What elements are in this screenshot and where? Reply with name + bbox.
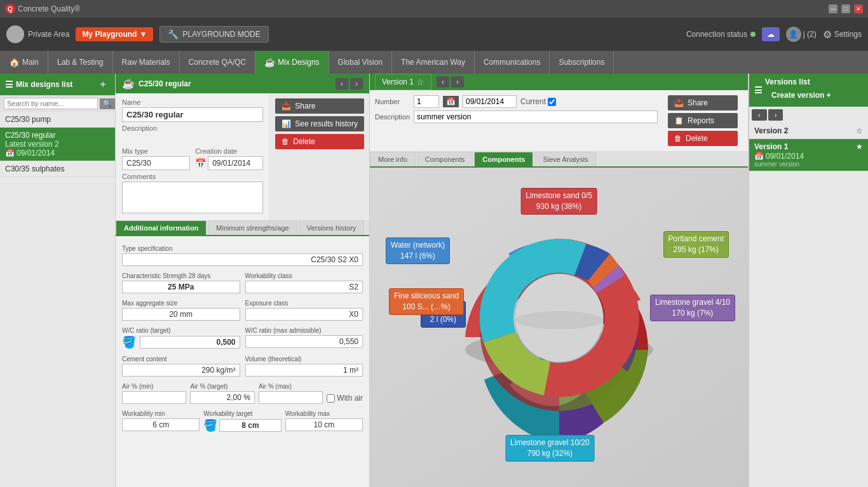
air-max-group: Air % (max) [259, 379, 323, 404]
max-agg-input[interactable] [122, 308, 240, 321]
close-button[interactable]: ✕ [854, 4, 863, 13]
sidebar-item-american[interactable]: The American Way [392, 51, 475, 74]
wc-target-input[interactable] [140, 336, 240, 349]
minimize-button[interactable]: — [829, 4, 837, 13]
volume-input[interactable] [245, 364, 363, 377]
tab-additional[interactable]: Additional information [116, 220, 207, 235]
air-max-label: Air % (max) [259, 383, 323, 390]
versions-list-header: ☰ Versions list Create version + [749, 74, 868, 107]
wc-max-input[interactable] [245, 335, 363, 348]
calendar-button[interactable]: 📅 [443, 96, 459, 107]
create-version-button[interactable]: Create version + [765, 88, 837, 103]
share-button[interactable]: 📤 Share [275, 98, 364, 114]
list-item[interactable]: C25/30 regular Latest version 2 📅 09/01/… [0, 128, 115, 161]
comments-label: Comments [122, 173, 263, 180]
char-strength-label: Characteristic Strength 28 days [122, 272, 240, 279]
settings-button[interactable]: ⚙ Settings [823, 29, 862, 41]
tab-more-info[interactable]: More info [370, 152, 416, 166]
connection-status: Connection status [686, 30, 756, 39]
creation-date-label: Creation date [195, 147, 263, 155]
playground-button[interactable]: My Playground ▼ [76, 27, 153, 41]
star-icon[interactable]: ☆ [856, 126, 863, 135]
delete-mix-button[interactable]: 🗑 Delete [275, 134, 364, 149]
workability-max-input[interactable] [285, 418, 363, 431]
air-max-input[interactable] [259, 391, 323, 404]
workability-max-group: Workability max [285, 406, 363, 432]
chevron-down-icon: ▼ [139, 30, 147, 39]
with-air-checkbox[interactable] [327, 394, 335, 403]
comments-input[interactable] [122, 182, 263, 213]
see-results-button[interactable]: 📊 See results history [275, 116, 364, 131]
topbar-right: Connection status ☁ 👤 j (2) ⚙ Settings [686, 27, 862, 42]
workability-min-input[interactable] [122, 418, 200, 431]
cement-content-group: Cement content [122, 352, 240, 377]
type-spec-input[interactable] [122, 253, 363, 266]
prev-version-button[interactable]: ‹ [437, 76, 449, 88]
calendar-icon: 📅 [5, 149, 15, 157]
with-air-group: With air [327, 379, 363, 404]
search-button[interactable]: 🔍 [100, 98, 115, 109]
mix-detail-header: ☕ C25/30 regular ‹ › [116, 74, 369, 93]
list-icon: ☰ [5, 79, 13, 90]
prev-ver-list-button[interactable]: ‹ [752, 109, 767, 121]
create-mix-button[interactable]: + [96, 77, 110, 91]
version-share-button[interactable]: 📤 Share [668, 95, 738, 110]
version-tab[interactable]: Version 1 ☆ [375, 74, 431, 90]
share-label: Share [295, 102, 315, 110]
workability-class-input[interactable] [245, 281, 363, 293]
sidebar-item-lab[interactable]: Lab & Testing [48, 51, 113, 74]
cloud-button[interactable]: ☁ [762, 27, 780, 41]
creation-date-input[interactable] [208, 156, 263, 170]
list-item[interactable]: C30/35 sulphates [0, 161, 115, 177]
exposure-input[interactable] [245, 308, 363, 321]
nav-global-label: Global Vision [338, 58, 383, 67]
prev-mix-button[interactable]: ‹ [336, 78, 348, 90]
sidebar-item-comm[interactable]: Communications [475, 51, 550, 74]
sidebar-item-subs[interactable]: Subscriptions [550, 51, 614, 74]
version-number-input[interactable] [414, 95, 439, 108]
version-list-item[interactable]: Version 2 ☆ [749, 123, 868, 139]
list-item[interactable]: C25/30 pump [0, 112, 115, 128]
tab-versions-history[interactable]: Versions history [299, 220, 365, 235]
window-controls: — □ ✕ [829, 4, 863, 13]
ver-item-top: Version 1 ★ [754, 142, 863, 151]
ver-date: 📅 09/01/2014 [754, 152, 863, 161]
workability-target-label: Workability target [203, 410, 281, 417]
sidebar-item-raw[interactable]: Raw Materials [113, 51, 180, 74]
current-checkbox[interactable] [548, 98, 556, 106]
playground-mode-button[interactable]: 🔧 PLAYGROUND MODE [159, 26, 268, 43]
sidebar-item-main[interactable]: 🏠 Main [0, 51, 48, 74]
sidebar-item-mix[interactable]: ☕ Mix Designs [255, 51, 329, 74]
version-desc-input[interactable] [414, 110, 658, 123]
search-input[interactable] [4, 98, 98, 109]
max-agg-group: Max aggregate size [122, 296, 240, 321]
ver-date-val: 09/01/2014 [766, 152, 804, 161]
next-mix-button[interactable]: › [350, 78, 363, 90]
cement-input[interactable] [122, 364, 240, 377]
air-target-input[interactable] [190, 391, 254, 404]
user-button[interactable]: 👤 j (2) [786, 27, 817, 42]
tab-strength[interactable]: Minimum strengths/age [208, 220, 297, 235]
char-strength-input[interactable] [122, 281, 240, 293]
star-icon[interactable]: ★ [856, 142, 863, 151]
tab-components2[interactable]: Components [474, 152, 533, 166]
version-list-item[interactable]: Version 1 ★ 📅 09/01/2014 summer version [749, 139, 868, 171]
name-input[interactable] [122, 107, 263, 122]
maximize-button[interactable]: □ [841, 4, 850, 13]
reports-button[interactable]: 📋 Reports [668, 113, 738, 128]
tab-components1[interactable]: Components [417, 152, 473, 166]
version-action-buttons: 📤 Share 📋 Reports 🗑 Delete [663, 95, 743, 146]
star-icon[interactable]: ☆ [416, 77, 424, 87]
version-date-input[interactable] [463, 95, 517, 108]
next-version-button[interactable]: › [451, 76, 464, 88]
tab-sieve[interactable]: Sieve Analysis [534, 152, 596, 166]
next-ver-list-button[interactable]: › [768, 109, 783, 121]
sidebar-item-qa[interactable]: Concrete QA/QC [180, 51, 256, 74]
sidebar-item-global[interactable]: Global Vision [329, 51, 393, 74]
number-label: Number [375, 98, 410, 105]
air-min-input[interactable] [122, 391, 186, 404]
delete-version-button[interactable]: 🗑 Delete [668, 131, 738, 146]
mix-type-input[interactable] [122, 156, 190, 170]
workability-min-group: Workability min [122, 406, 200, 432]
workability-target-input[interactable] [219, 419, 281, 432]
